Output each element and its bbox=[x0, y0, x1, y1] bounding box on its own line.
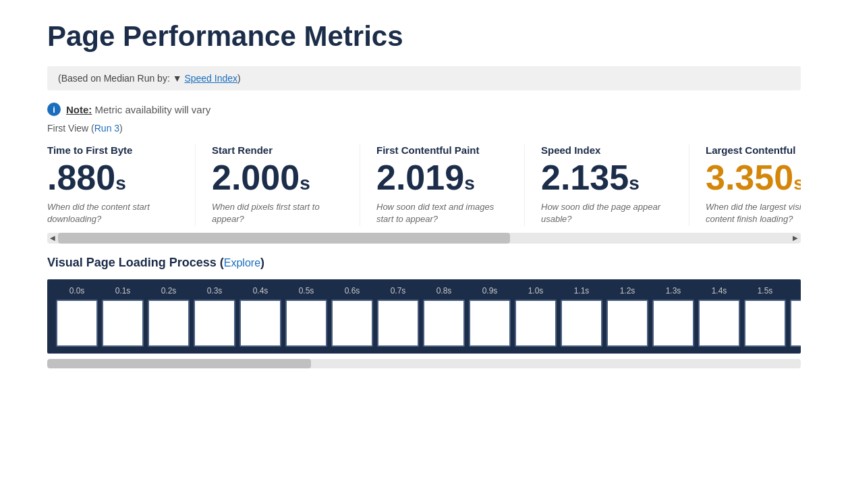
filmstrip-label-12: 1.2s bbox=[620, 286, 635, 296]
metric-desc-3: How soon did the page appear usable? bbox=[541, 201, 673, 225]
metric-value-3: 2.135s bbox=[541, 159, 673, 197]
note-label: Note: bbox=[66, 104, 92, 115]
filmstrip-frame-11 bbox=[561, 300, 602, 347]
metric-label-3: Speed Index bbox=[541, 144, 673, 156]
note-section: i Note: Metric availability will vary bbox=[47, 103, 801, 116]
filmstrip-item-14: 1.4s bbox=[696, 286, 742, 347]
filmstrip-frame-10 bbox=[515, 300, 557, 347]
median-bar: (Based on Median Run by: ▼ Speed Index) bbox=[47, 66, 801, 90]
metric-card-4: Largest Contentful3.350sWhen did the lar… bbox=[706, 144, 801, 226]
filmstrip-item-0: 0.0s bbox=[54, 286, 100, 347]
metric-desc-2: How soon did text and images start to ap… bbox=[376, 201, 508, 225]
filmstrip-item-1: 0.1s bbox=[100, 286, 146, 347]
filmstrip-item-2: 0.2s bbox=[146, 286, 192, 347]
metric-value-4: 3.350s bbox=[706, 159, 801, 197]
metric-desc-1: When did pixels first start to appear? bbox=[212, 201, 343, 225]
metrics-scroll-wrapper: Time to First Byte.880sWhen did the cont… bbox=[47, 144, 801, 226]
filmstrip-item-8: 0.8s bbox=[421, 286, 467, 347]
filmstrip-label-0: 0.0s bbox=[69, 286, 85, 296]
filmstrip-scrollbar[interactable] bbox=[47, 359, 801, 368]
visual-section-title: Visual Page Loading Process (Explore) bbox=[47, 256, 801, 270]
metric-card-3: Speed Index2.135sHow soon did the page a… bbox=[541, 144, 689, 226]
metric-desc-0: When did the content start downloading? bbox=[47, 201, 179, 225]
filmstrip-item-10: 1.0s bbox=[513, 286, 559, 347]
filmstrip-frame-12 bbox=[606, 300, 648, 347]
filmstrip-frame-14 bbox=[698, 300, 740, 347]
filmstrip-label-10: 1.0s bbox=[528, 286, 544, 296]
filmstrip-frame-4 bbox=[239, 300, 281, 347]
filmstrip-item-7: 0.7s bbox=[375, 286, 421, 347]
filmstrip-frame-3 bbox=[194, 300, 235, 347]
filmstrip: 0.0s0.1s0.2s0.3s0.4s0.5s0.6s0.7s0.8s0.9s… bbox=[47, 279, 801, 354]
filmstrip-label-6: 0.6s bbox=[345, 286, 360, 296]
metric-desc-4: When did the largest visible content fin… bbox=[706, 201, 801, 225]
metric-card-1: Start Render2.000sWhen did pixels first … bbox=[212, 144, 360, 226]
filmstrip-label-14: 1.4s bbox=[712, 286, 727, 296]
filmstrip-label-2: 0.2s bbox=[161, 286, 177, 296]
filmstrip-label-8: 0.8s bbox=[436, 286, 452, 296]
first-view-text: First View ( bbox=[47, 123, 94, 134]
filmstrip-label-9: 0.9s bbox=[482, 286, 498, 296]
first-view-label: First View (Run 3) bbox=[47, 123, 801, 134]
visual-title-text: Visual Page Loading Process bbox=[47, 256, 217, 269]
note-availability: Metric availability will vary bbox=[95, 104, 211, 115]
filmstrip-item-5: 0.5s bbox=[283, 286, 329, 347]
filmstrip-label-4: 0.4s bbox=[253, 286, 268, 296]
filmstrip-frame-9 bbox=[469, 300, 511, 347]
metric-label-1: Start Render bbox=[212, 144, 343, 156]
filmstrip-item-16: 1.6s bbox=[788, 286, 801, 347]
filmstrip-frame-13 bbox=[652, 300, 694, 347]
filmstrip-item-13: 1.3s bbox=[650, 286, 696, 347]
filmstrip-frame-7 bbox=[377, 300, 419, 347]
filmstrip-label-11: 1.1s bbox=[574, 286, 590, 296]
metric-value-0: .880s bbox=[47, 159, 179, 197]
scrollbar-right-arrow[interactable]: ▶ bbox=[790, 233, 801, 244]
filmstrip-label-15: 1.5s bbox=[758, 286, 773, 296]
metric-label-4: Largest Contentful bbox=[706, 144, 801, 156]
filmstrip-frame-6 bbox=[331, 300, 373, 347]
filmstrip-item-6: 0.6s bbox=[329, 286, 375, 347]
metric-value-1: 2.000s bbox=[212, 159, 343, 197]
note-text: Note: Metric availability will vary bbox=[66, 104, 210, 115]
metric-value-2: 2.019s bbox=[376, 159, 508, 197]
filmstrip-item-4: 0.4s bbox=[237, 286, 283, 347]
filmstrip-frame-8 bbox=[423, 300, 465, 347]
filmstrip-frame-5 bbox=[285, 300, 327, 347]
filmstrip-label-1: 0.1s bbox=[115, 286, 131, 296]
filmstrip-item-12: 1.2s bbox=[604, 286, 650, 347]
metrics-scrollbar[interactable]: ◀ ▶ bbox=[47, 233, 801, 244]
metrics-row: Time to First Byte.880sWhen did the cont… bbox=[47, 144, 801, 226]
filmstrip-item-11: 1.1s bbox=[559, 286, 604, 347]
filmstrip-frame-2 bbox=[148, 300, 190, 347]
filmstrip-wrapper: 0.0s0.1s0.2s0.3s0.4s0.5s0.6s0.7s0.8s0.9s… bbox=[47, 279, 801, 354]
metric-label-2: First Contentful Paint bbox=[376, 144, 508, 156]
filmstrip-frame-15 bbox=[744, 300, 786, 347]
filmstrip-item-15: 1.5s bbox=[742, 286, 788, 347]
speed-index-link[interactable]: Speed Index bbox=[184, 73, 237, 84]
filmstrip-item-9: 0.9s bbox=[467, 286, 513, 347]
median-bar-text: (Based on Median Run by: ▼ bbox=[58, 73, 184, 84]
filmstrip-item-3: 0.3s bbox=[192, 286, 237, 347]
metric-label-0: Time to First Byte bbox=[47, 144, 179, 156]
metric-card-2: First Contentful Paint2.019sHow soon did… bbox=[376, 144, 525, 226]
run-3-link[interactable]: Run 3 bbox=[94, 123, 119, 134]
filmstrip-label-13: 1.3s bbox=[666, 286, 681, 296]
scrollbar-left-arrow[interactable]: ◀ bbox=[47, 233, 58, 244]
info-icon: i bbox=[47, 103, 61, 116]
filmstrip-label-7: 0.7s bbox=[391, 286, 406, 296]
explore-link[interactable]: Explore bbox=[224, 257, 260, 269]
filmstrip-label-5: 0.5s bbox=[299, 286, 314, 296]
filmstrip-frame-1 bbox=[102, 300, 144, 347]
page-title: Page Performance Metrics bbox=[47, 20, 801, 53]
filmstrip-frame-0 bbox=[56, 300, 98, 347]
metric-card-0: Time to First Byte.880sWhen did the cont… bbox=[47, 144, 196, 226]
filmstrip-label-3: 0.3s bbox=[207, 286, 223, 296]
filmstrip-frame-16 bbox=[790, 300, 801, 347]
